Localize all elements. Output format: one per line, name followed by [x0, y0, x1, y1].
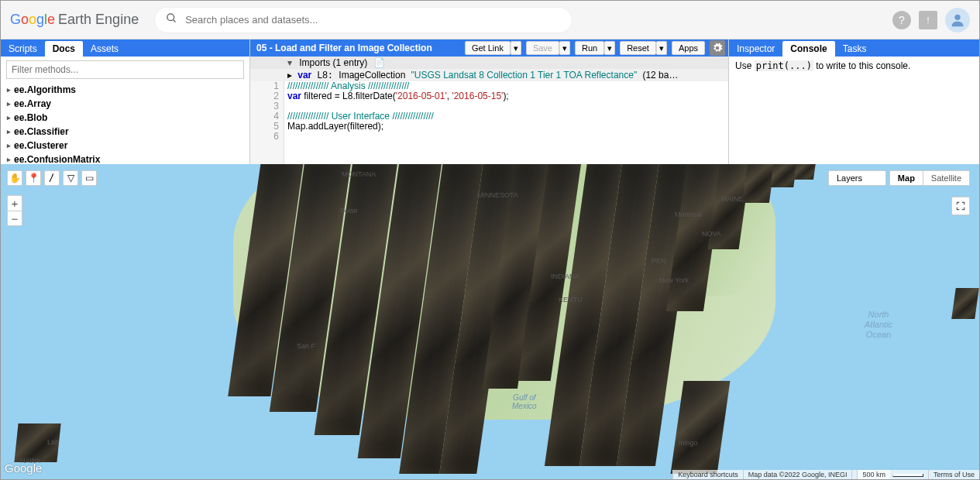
basemap-label: Boise — [340, 207, 358, 214]
gear-icon[interactable] — [710, 40, 725, 56]
doc-list[interactable]: ee.Algorithms ee.Array ee.Blob ee.Classi… — [1, 83, 249, 164]
code-editor[interactable]: 123456 //////////////// Analysis ///////… — [250, 81, 728, 164]
run-dropdown[interactable]: ▾ — [604, 41, 615, 55]
get-link-dropdown[interactable]: ▾ — [511, 41, 521, 55]
doc-item[interactable]: ee.Classifier — [1, 125, 249, 139]
left-tabs: Scripts Docs Assets — [1, 39, 249, 57]
basemap-label: MINNESOTA — [477, 191, 518, 199]
map-type-map[interactable]: Map — [889, 170, 923, 186]
tab-docs[interactable]: Docs — [45, 41, 83, 57]
point-tool-icon[interactable]: 📍 — [26, 170, 41, 186]
basemap-label: Lab — [47, 438, 59, 446]
satellite-mosaic — [1, 164, 979, 479]
gutter: 123456 — [250, 81, 284, 164]
fullscreen-icon[interactable] — [951, 197, 970, 215]
gulf-label: Gulf ofMexico — [512, 393, 537, 410]
zoom-in-button[interactable]: + — [7, 195, 22, 211]
basemap-label: NOVA — [702, 230, 721, 238]
basemap-label: INDIANA — [551, 273, 579, 280]
apps-button[interactable]: Apps — [672, 41, 705, 55]
script-title: 05 - Load and Filter an Image Collection — [253, 43, 465, 53]
line-tool-icon[interactable]: 〳 — [44, 170, 60, 186]
tab-inspector[interactable]: Inspector — [729, 41, 782, 57]
svg-line-1 — [174, 19, 176, 22]
get-link-button[interactable]: Get Link — [465, 41, 511, 55]
doc-item[interactable]: ee.Blob — [1, 111, 249, 125]
map-type-satellite[interactable]: Satellite — [923, 170, 970, 186]
save-dropdown[interactable]: ▾ — [559, 41, 570, 55]
terms-link[interactable]: Terms of Use — [928, 470, 979, 479]
basemap-label: New York — [659, 276, 689, 284]
pan-tool-icon[interactable]: ✋ — [7, 170, 22, 186]
import-line[interactable]: ▸ var L8: ImageCollection "USGS Landsat … — [250, 69, 728, 81]
layers-control[interactable]: Layers — [828, 170, 886, 186]
filter-input[interactable] — [7, 61, 243, 78]
basemap-label: PEN — [652, 257, 666, 265]
right-tabs: Inspector Console Tasks — [729, 39, 979, 57]
map-footer: Keyboard shortcuts Map data ©2022 Google… — [672, 470, 979, 479]
feedback-icon[interactable]: ! — [919, 11, 937, 29]
doc-item[interactable]: ee.ConfusionMatrix — [1, 153, 249, 164]
reset-button[interactable]: Reset — [620, 41, 656, 55]
tab-scripts[interactable]: Scripts — [1, 41, 45, 57]
tab-assets[interactable]: Assets — [83, 41, 126, 57]
basemap-label: Montreal — [675, 211, 702, 218]
zoom-out-button[interactable]: − — [7, 211, 22, 226]
run-button[interactable]: Run — [575, 41, 604, 55]
help-icon[interactable]: ? — [892, 11, 911, 29]
search-input[interactable] — [185, 14, 561, 26]
scale: 500 km — [851, 470, 928, 479]
doc-item[interactable]: ee.Algorithms — [1, 83, 249, 97]
basemap-label: MAINE — [721, 195, 744, 203]
attribution: Map data ©2022 Google, INEGI — [743, 470, 852, 479]
console-body: Use print(...) to write to this console. — [729, 57, 979, 75]
basemap-label: MONTANA — [342, 170, 376, 178]
code[interactable]: //////////////// Analysis //////////////… — [284, 81, 728, 164]
logo: Google Earth Engine — [10, 12, 139, 28]
ocean-label: NorthAtlanticOcean — [865, 310, 892, 341]
search-bar[interactable] — [154, 7, 573, 33]
basemap-label: San F — [297, 342, 315, 350]
tab-console[interactable]: Console — [782, 41, 834, 57]
save-button[interactable]: Save — [526, 41, 559, 55]
google-watermark: Google — [5, 461, 42, 475]
map[interactable]: Gulf ofMexico NorthAtlanticOcean MONTANA… — [1, 164, 979, 479]
search-icon — [166, 12, 177, 27]
doc-item[interactable]: ee.Array — [1, 97, 249, 111]
reset-dropdown[interactable]: ▾ — [656, 41, 667, 55]
avatar[interactable] — [945, 8, 970, 33]
svg-point-2 — [954, 14, 960, 19]
rect-tool-icon[interactable]: ▭ — [81, 170, 97, 186]
tab-tasks[interactable]: Tasks — [835, 41, 875, 57]
imports-header[interactable]: ▾ Imports (1 entry) 📄 — [250, 57, 728, 69]
keyboard-shortcuts[interactable]: Keyboard shortcuts — [672, 470, 743, 479]
doc-item[interactable]: ee.Clusterer — [1, 139, 249, 153]
basemap-label: mingo — [679, 439, 698, 447]
svg-point-0 — [167, 14, 174, 21]
basemap-label: KENTU — [559, 296, 583, 303]
poly-tool-icon[interactable]: ▽ — [63, 170, 78, 186]
